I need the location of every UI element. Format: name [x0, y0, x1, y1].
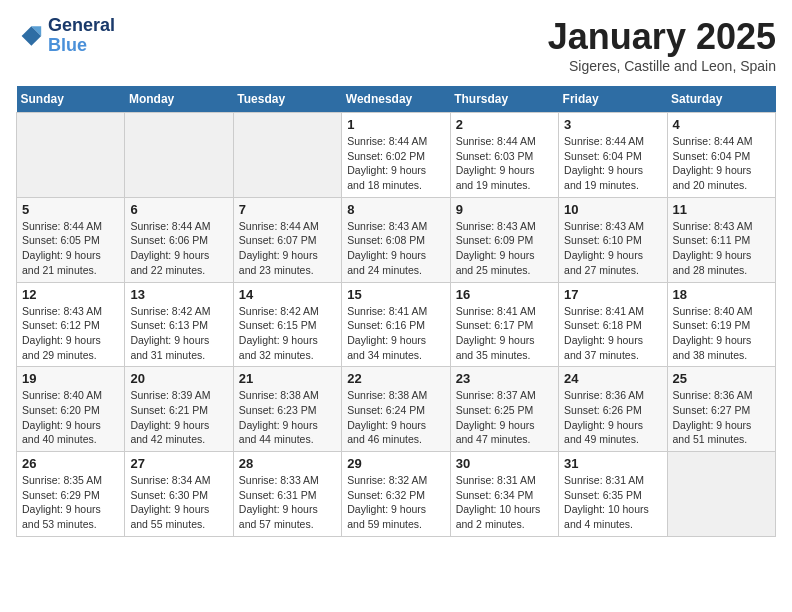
day-info: Sunrise: 8:37 AM Sunset: 6:25 PM Dayligh…	[456, 388, 553, 447]
day-info: Sunrise: 8:40 AM Sunset: 6:20 PM Dayligh…	[22, 388, 119, 447]
calendar-cell: 27Sunrise: 8:34 AM Sunset: 6:30 PM Dayli…	[125, 452, 233, 537]
day-number: 14	[239, 287, 336, 302]
logo-text: General Blue	[48, 16, 115, 56]
day-number: 18	[673, 287, 770, 302]
calendar-cell: 14Sunrise: 8:42 AM Sunset: 6:15 PM Dayli…	[233, 282, 341, 367]
day-number: 5	[22, 202, 119, 217]
weekday-header-saturday: Saturday	[667, 86, 775, 113]
calendar-cell: 26Sunrise: 8:35 AM Sunset: 6:29 PM Dayli…	[17, 452, 125, 537]
day-info: Sunrise: 8:32 AM Sunset: 6:32 PM Dayligh…	[347, 473, 444, 532]
day-info: Sunrise: 8:43 AM Sunset: 6:11 PM Dayligh…	[673, 219, 770, 278]
day-info: Sunrise: 8:34 AM Sunset: 6:30 PM Dayligh…	[130, 473, 227, 532]
day-number: 21	[239, 371, 336, 386]
calendar-week-4: 19Sunrise: 8:40 AM Sunset: 6:20 PM Dayli…	[17, 367, 776, 452]
day-number: 8	[347, 202, 444, 217]
calendar-cell: 10Sunrise: 8:43 AM Sunset: 6:10 PM Dayli…	[559, 197, 667, 282]
day-number: 20	[130, 371, 227, 386]
calendar-cell: 23Sunrise: 8:37 AM Sunset: 6:25 PM Dayli…	[450, 367, 558, 452]
calendar-cell: 13Sunrise: 8:42 AM Sunset: 6:13 PM Dayli…	[125, 282, 233, 367]
calendar-cell: 6Sunrise: 8:44 AM Sunset: 6:06 PM Daylig…	[125, 197, 233, 282]
calendar-cell: 24Sunrise: 8:36 AM Sunset: 6:26 PM Dayli…	[559, 367, 667, 452]
day-info: Sunrise: 8:31 AM Sunset: 6:34 PM Dayligh…	[456, 473, 553, 532]
calendar-cell: 17Sunrise: 8:41 AM Sunset: 6:18 PM Dayli…	[559, 282, 667, 367]
day-info: Sunrise: 8:42 AM Sunset: 6:15 PM Dayligh…	[239, 304, 336, 363]
day-info: Sunrise: 8:35 AM Sunset: 6:29 PM Dayligh…	[22, 473, 119, 532]
calendar-table: SundayMondayTuesdayWednesdayThursdayFrid…	[16, 86, 776, 537]
day-info: Sunrise: 8:43 AM Sunset: 6:09 PM Dayligh…	[456, 219, 553, 278]
day-number: 30	[456, 456, 553, 471]
weekday-header-tuesday: Tuesday	[233, 86, 341, 113]
day-info: Sunrise: 8:38 AM Sunset: 6:24 PM Dayligh…	[347, 388, 444, 447]
day-number: 10	[564, 202, 661, 217]
page-header: General Blue January 2025 Sigeres, Casti…	[16, 16, 776, 74]
calendar-cell: 20Sunrise: 8:39 AM Sunset: 6:21 PM Dayli…	[125, 367, 233, 452]
day-number: 27	[130, 456, 227, 471]
day-info: Sunrise: 8:39 AM Sunset: 6:21 PM Dayligh…	[130, 388, 227, 447]
calendar-cell: 5Sunrise: 8:44 AM Sunset: 6:05 PM Daylig…	[17, 197, 125, 282]
calendar-cell: 8Sunrise: 8:43 AM Sunset: 6:08 PM Daylig…	[342, 197, 450, 282]
calendar-cell: 25Sunrise: 8:36 AM Sunset: 6:27 PM Dayli…	[667, 367, 775, 452]
calendar-cell: 29Sunrise: 8:32 AM Sunset: 6:32 PM Dayli…	[342, 452, 450, 537]
weekday-header-sunday: Sunday	[17, 86, 125, 113]
day-number: 7	[239, 202, 336, 217]
calendar-week-3: 12Sunrise: 8:43 AM Sunset: 6:12 PM Dayli…	[17, 282, 776, 367]
day-number: 13	[130, 287, 227, 302]
calendar-cell: 18Sunrise: 8:40 AM Sunset: 6:19 PM Dayli…	[667, 282, 775, 367]
day-number: 4	[673, 117, 770, 132]
day-number: 31	[564, 456, 661, 471]
calendar-cell	[233, 113, 341, 198]
calendar-cell: 30Sunrise: 8:31 AM Sunset: 6:34 PM Dayli…	[450, 452, 558, 537]
day-info: Sunrise: 8:44 AM Sunset: 6:02 PM Dayligh…	[347, 134, 444, 193]
weekday-header-friday: Friday	[559, 86, 667, 113]
day-info: Sunrise: 8:33 AM Sunset: 6:31 PM Dayligh…	[239, 473, 336, 532]
day-number: 16	[456, 287, 553, 302]
day-number: 22	[347, 371, 444, 386]
calendar-cell	[125, 113, 233, 198]
day-number: 19	[22, 371, 119, 386]
calendar-cell: 16Sunrise: 8:41 AM Sunset: 6:17 PM Dayli…	[450, 282, 558, 367]
title-block: January 2025 Sigeres, Castille and Leon,…	[548, 16, 776, 74]
day-number: 17	[564, 287, 661, 302]
day-number: 1	[347, 117, 444, 132]
calendar-cell: 4Sunrise: 8:44 AM Sunset: 6:04 PM Daylig…	[667, 113, 775, 198]
day-info: Sunrise: 8:44 AM Sunset: 6:04 PM Dayligh…	[564, 134, 661, 193]
day-number: 11	[673, 202, 770, 217]
day-info: Sunrise: 8:41 AM Sunset: 6:18 PM Dayligh…	[564, 304, 661, 363]
day-info: Sunrise: 8:36 AM Sunset: 6:26 PM Dayligh…	[564, 388, 661, 447]
month-title: January 2025	[548, 16, 776, 58]
day-info: Sunrise: 8:43 AM Sunset: 6:10 PM Dayligh…	[564, 219, 661, 278]
day-info: Sunrise: 8:44 AM Sunset: 6:03 PM Dayligh…	[456, 134, 553, 193]
day-number: 15	[347, 287, 444, 302]
day-info: Sunrise: 8:44 AM Sunset: 6:07 PM Dayligh…	[239, 219, 336, 278]
calendar-cell	[17, 113, 125, 198]
calendar-cell: 9Sunrise: 8:43 AM Sunset: 6:09 PM Daylig…	[450, 197, 558, 282]
calendar-cell: 2Sunrise: 8:44 AM Sunset: 6:03 PM Daylig…	[450, 113, 558, 198]
calendar-cell: 31Sunrise: 8:31 AM Sunset: 6:35 PM Dayli…	[559, 452, 667, 537]
calendar-cell: 12Sunrise: 8:43 AM Sunset: 6:12 PM Dayli…	[17, 282, 125, 367]
calendar-cell: 11Sunrise: 8:43 AM Sunset: 6:11 PM Dayli…	[667, 197, 775, 282]
calendar-week-5: 26Sunrise: 8:35 AM Sunset: 6:29 PM Dayli…	[17, 452, 776, 537]
day-info: Sunrise: 8:44 AM Sunset: 6:05 PM Dayligh…	[22, 219, 119, 278]
calendar-cell: 7Sunrise: 8:44 AM Sunset: 6:07 PM Daylig…	[233, 197, 341, 282]
calendar-cell: 1Sunrise: 8:44 AM Sunset: 6:02 PM Daylig…	[342, 113, 450, 198]
day-number: 29	[347, 456, 444, 471]
day-info: Sunrise: 8:42 AM Sunset: 6:13 PM Dayligh…	[130, 304, 227, 363]
calendar-week-1: 1Sunrise: 8:44 AM Sunset: 6:02 PM Daylig…	[17, 113, 776, 198]
day-info: Sunrise: 8:43 AM Sunset: 6:08 PM Dayligh…	[347, 219, 444, 278]
calendar-cell: 3Sunrise: 8:44 AM Sunset: 6:04 PM Daylig…	[559, 113, 667, 198]
weekday-header-row: SundayMondayTuesdayWednesdayThursdayFrid…	[17, 86, 776, 113]
day-info: Sunrise: 8:41 AM Sunset: 6:16 PM Dayligh…	[347, 304, 444, 363]
day-info: Sunrise: 8:40 AM Sunset: 6:19 PM Dayligh…	[673, 304, 770, 363]
day-number: 6	[130, 202, 227, 217]
day-number: 9	[456, 202, 553, 217]
logo-icon	[16, 22, 44, 50]
location-subtitle: Sigeres, Castille and Leon, Spain	[548, 58, 776, 74]
logo-line1: General	[48, 16, 115, 36]
calendar-cell: 21Sunrise: 8:38 AM Sunset: 6:23 PM Dayli…	[233, 367, 341, 452]
day-info: Sunrise: 8:36 AM Sunset: 6:27 PM Dayligh…	[673, 388, 770, 447]
day-info: Sunrise: 8:38 AM Sunset: 6:23 PM Dayligh…	[239, 388, 336, 447]
day-info: Sunrise: 8:44 AM Sunset: 6:04 PM Dayligh…	[673, 134, 770, 193]
day-number: 28	[239, 456, 336, 471]
calendar-cell: 22Sunrise: 8:38 AM Sunset: 6:24 PM Dayli…	[342, 367, 450, 452]
day-number: 26	[22, 456, 119, 471]
